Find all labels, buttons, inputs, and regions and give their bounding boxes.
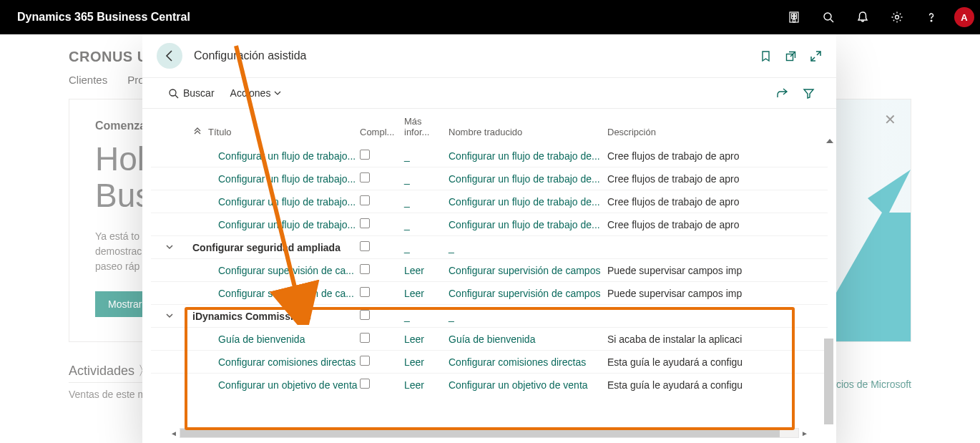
- completed-checkbox[interactable]: [360, 150, 370, 160]
- row-description: Puede supervisar campos imp: [607, 265, 815, 276]
- table-row: Configurar comisiones directasLeerConfig…: [151, 350, 828, 373]
- completed-checkbox[interactable]: [360, 264, 370, 274]
- svg-rect-2: [795, 14, 797, 16]
- row-title-link[interactable]: Configurar un flujo de trabajo...: [192, 150, 356, 162]
- table-row: Configurar un flujo de trabajo..._Config…: [151, 213, 828, 235]
- chevron-down-icon[interactable]: [164, 311, 175, 320]
- svg-line-7: [830, 19, 833, 22]
- completed-checkbox[interactable]: [360, 379, 370, 389]
- search-icon[interactable]: [813, 0, 844, 34]
- actions-menu[interactable]: Acciones: [230, 87, 283, 99]
- horizontal-scrollbar[interactable]: ◄ ►: [168, 427, 810, 439]
- col-completed-header[interactable]: Compl...: [360, 127, 404, 137]
- completed-checkbox[interactable]: [360, 195, 370, 205]
- row-description: Cree flujos de trabajo de apro: [607, 196, 815, 208]
- table-group-row: Configurar seguridad ampliada__: [151, 235, 828, 258]
- environment-icon[interactable]: [778, 0, 810, 34]
- row-title-link[interactable]: Configurar un flujo de trabajo...: [192, 196, 356, 208]
- translated-name-link[interactable]: Configurar un flujo de trabajo de...: [449, 150, 600, 162]
- col-moreinfo-header-2[interactable]: infor...: [404, 127, 429, 137]
- chevron-down-icon[interactable]: [164, 243, 175, 251]
- more-info-link[interactable]: Leer: [404, 379, 424, 391]
- panel-title: Configuración asistida: [194, 49, 760, 62]
- row-title-link[interactable]: Guía de bienvenida: [192, 334, 305, 345]
- more-info-link[interactable]: Leer: [404, 334, 424, 345]
- svg-point-8: [896, 16, 899, 19]
- topbar-actions: A: [778, 0, 974, 34]
- translated-name-link[interactable]: Configurar supervisión de campos: [449, 265, 600, 276]
- table-row: Configurar un flujo de trabajo..._Config…: [151, 190, 828, 213]
- row-title-link[interactable]: Configurar un flujo de trabajo...: [192, 219, 356, 230]
- scroll-right-icon[interactable]: ►: [799, 429, 810, 437]
- row-title-link[interactable]: Configurar comisiones directas: [192, 356, 356, 368]
- table-header: Título Compl... Más infor... Nombre trad…: [151, 109, 828, 145]
- completed-checkbox[interactable]: [360, 172, 370, 182]
- filter-icon[interactable]: [803, 87, 815, 99]
- table-row: Configurar un flujo de trabajo..._Config…: [151, 145, 828, 167]
- scroll-up-icon[interactable]: [826, 139, 833, 143]
- back-button[interactable]: [157, 43, 182, 69]
- col-moreinfo-header-1[interactable]: Más: [404, 116, 422, 127]
- completed-checkbox[interactable]: [360, 310, 370, 320]
- user-avatar[interactable]: A: [954, 7, 974, 27]
- completed-checkbox[interactable]: [360, 218, 370, 228]
- col-title-header[interactable]: Título: [208, 127, 232, 137]
- bookmark-icon[interactable]: [760, 50, 772, 62]
- row-description: Cree flujos de trabajo de apro: [607, 219, 815, 230]
- info-empty: _: [404, 219, 410, 230]
- scroll-left-icon[interactable]: ◄: [168, 429, 180, 437]
- open-new-window-icon[interactable]: [785, 50, 797, 62]
- info-empty: _: [404, 150, 410, 162]
- more-info-link[interactable]: Leer: [404, 356, 424, 368]
- vertical-scrollbar-thumb[interactable]: [824, 339, 833, 424]
- translated-name-link[interactable]: Configurar un flujo de trabajo de...: [449, 173, 600, 185]
- search-action[interactable]: Buscar: [168, 87, 215, 99]
- info-empty: _: [404, 242, 410, 253]
- setup-table: Título Compl... Más infor... Nombre trad…: [142, 109, 836, 443]
- col-description-header[interactable]: Descripción: [607, 127, 815, 137]
- translated-name-link[interactable]: Guía de bienvenida: [449, 334, 535, 345]
- notifications-icon[interactable]: [847, 0, 878, 34]
- table-row: Configurar un flujo de trabajo..._Config…: [151, 167, 828, 190]
- info-empty: _: [404, 196, 410, 208]
- expand-panel-icon[interactable]: [810, 50, 822, 62]
- more-info-link[interactable]: Leer: [404, 265, 424, 276]
- group-title: iDynamics Commissions: [192, 311, 311, 322]
- svg-rect-4: [795, 16, 797, 19]
- translated-name-link[interactable]: Configurar un flujo de trabajo de...: [449, 219, 600, 230]
- svg-rect-1: [792, 14, 794, 16]
- translated-name-link[interactable]: Configurar un objetivo de venta: [449, 379, 588, 391]
- row-title-link[interactable]: Configurar supervisión de ca...: [192, 265, 354, 276]
- translated-name-link[interactable]: Configurar un flujo de trabajo de...: [449, 196, 600, 208]
- collapse-all-icon[interactable]: [192, 127, 202, 137]
- completed-checkbox[interactable]: [360, 241, 370, 251]
- col-translated-name-header[interactable]: Nombre traducido: [449, 127, 607, 137]
- table-group-row: iDynamics Commissions__: [151, 304, 828, 327]
- table-row: Configurar supervisión de ca...LeerConfi…: [151, 258, 828, 281]
- completed-checkbox[interactable]: [360, 356, 370, 366]
- table-row: Configurar supervisión de ca...LeerConfi…: [151, 281, 828, 304]
- info-empty: _: [404, 311, 410, 322]
- translated-name-link[interactable]: Configurar comisiones directas: [449, 356, 586, 368]
- search-label: Buscar: [183, 87, 215, 99]
- horizontal-scrollbar-thumb[interactable]: [180, 429, 780, 437]
- settings-icon[interactable]: [881, 0, 913, 34]
- table-row: Configurar un objetivo de ventaLeerConfi…: [151, 373, 828, 396]
- svg-point-15: [170, 89, 176, 96]
- svg-rect-3: [792, 16, 794, 19]
- share-icon[interactable]: [776, 87, 788, 99]
- row-description: Cree flujos de trabajo de apro: [607, 150, 815, 162]
- row-title-link[interactable]: Configurar un objetivo de venta: [192, 379, 358, 391]
- svg-line-16: [175, 95, 178, 98]
- svg-rect-5: [793, 19, 795, 22]
- help-icon[interactable]: [916, 0, 947, 34]
- row-title-link[interactable]: Configurar supervisión de ca...: [192, 288, 354, 299]
- completed-checkbox[interactable]: [360, 333, 370, 343]
- translated-name-link[interactable]: Configurar supervisión de campos: [449, 288, 600, 299]
- table-body: Configurar un flujo de trabajo..._Config…: [151, 145, 828, 396]
- more-info-link[interactable]: Leer: [404, 288, 424, 299]
- name-empty: _: [449, 242, 454, 253]
- completed-checkbox[interactable]: [360, 287, 370, 297]
- info-empty: _: [404, 173, 410, 185]
- row-title-link[interactable]: Configurar un flujo de trabajo...: [192, 173, 356, 185]
